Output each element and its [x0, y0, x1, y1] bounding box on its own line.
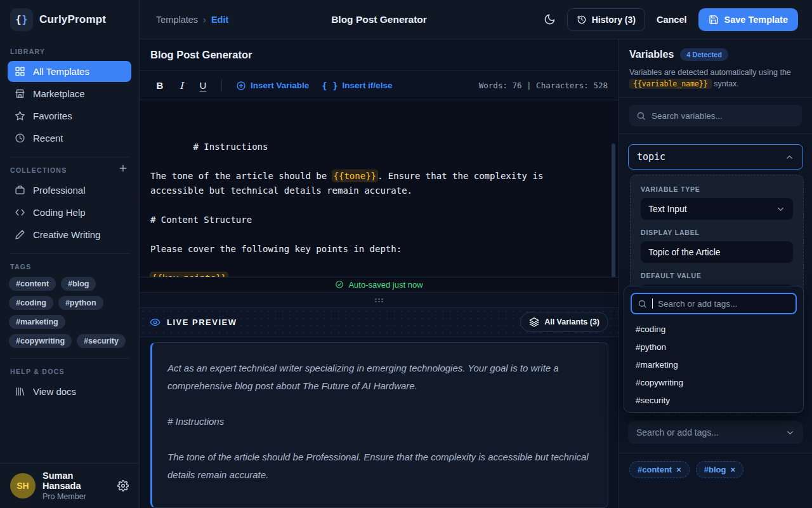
insert-ifelse-label: Insert if/else	[343, 81, 393, 90]
sidebar-item-professional[interactable]: Professional	[8, 180, 131, 201]
gear-icon	[117, 480, 129, 491]
code-icon	[14, 207, 25, 218]
history-button[interactable]: History (3)	[567, 8, 645, 31]
variable-name: topic	[637, 151, 665, 163]
bold-button[interactable]: B	[150, 76, 169, 95]
sidebar-tag-pill[interactable]: #coding	[9, 296, 53, 310]
tag-option[interactable]: #python	[631, 338, 797, 356]
breadcrumb-templates[interactable]: Templates	[156, 15, 198, 25]
chevron-down-icon	[785, 428, 795, 438]
template-editor[interactable]: # Instructions The tone of the article s…	[140, 100, 619, 277]
tag-suggestions-dropdown: #coding#python#marketing#copywriting#sec…	[624, 286, 804, 413]
history-label: History (3)	[592, 15, 636, 25]
drag-handle[interactable]	[374, 298, 384, 302]
sidebar-tag-pill[interactable]: #python	[58, 296, 103, 310]
insert-ifelse-button[interactable]: { } Insert if/else	[317, 77, 397, 95]
storefront-icon	[14, 88, 25, 100]
breadcrumb-edit[interactable]: Edit	[211, 15, 228, 25]
tags-select-placeholder: Search or add tags...	[636, 427, 719, 438]
sidebar-item-view-docs[interactable]: View docs	[8, 381, 131, 402]
sidebar-tag-pill[interactable]: #security	[77, 334, 126, 348]
sidebar-item-recent[interactable]: Recent	[8, 128, 131, 149]
sidebar-item-marketplace[interactable]: Marketplace	[8, 83, 131, 104]
chevron-down-icon	[776, 204, 785, 214]
close-icon[interactable]: ×	[730, 465, 735, 474]
topbar: Templates › Edit Blog Post Generator His…	[140, 0, 812, 39]
display-label-input[interactable]	[641, 241, 793, 263]
variables-header: Variables 4 Detected Variables are detec…	[619, 39, 812, 98]
search-variables-input[interactable]	[652, 111, 795, 121]
variable-type-label: VARIABLE TYPE	[641, 185, 793, 193]
grid-icon	[14, 66, 25, 77]
eye-icon	[150, 317, 160, 328]
sidebar-item-all-templates[interactable]: All Templates	[8, 61, 131, 82]
tag-search-input[interactable]	[658, 299, 790, 309]
tag-option[interactable]: #marketing	[631, 356, 797, 373]
search-variables-field[interactable]	[629, 105, 802, 126]
sidebar-item-favorites[interactable]: Favorites	[8, 105, 131, 126]
star-icon	[14, 110, 25, 122]
applied-tag-pill[interactable]: #blog ×	[696, 461, 743, 478]
search-icon	[636, 111, 646, 121]
insert-variable-label: Insert Variable	[251, 81, 309, 90]
italic-button[interactable]: I	[172, 76, 191, 95]
history-icon	[577, 15, 587, 25]
sidebar-item-label: Marketplace	[33, 88, 85, 99]
pen-icon	[14, 229, 25, 241]
editor-toolbar: B I U Insert Variable { } Insert if/else…	[140, 71, 619, 100]
tags-heading: TAGS	[10, 263, 129, 271]
search-icon	[638, 299, 647, 309]
tag-option[interactable]: #coding	[631, 320, 797, 338]
logo-brace-left: {	[15, 14, 21, 25]
chevron-up-icon	[785, 152, 794, 162]
logo-brace-right: }	[22, 14, 28, 25]
plus-icon	[118, 163, 128, 173]
detected-count-badge: 4 Detected	[680, 48, 728, 61]
all-variants-button[interactable]: All Variants (3)	[520, 312, 608, 332]
all-variants-label: All Variants (3)	[544, 318, 599, 326]
template-title: Blog Post Generator	[150, 49, 252, 61]
save-template-button[interactable]: Save Template	[698, 8, 798, 31]
tags-select[interactable]: Search or add tags...	[628, 421, 803, 444]
editor-text-segment: {{tone}}	[332, 170, 377, 182]
variable-type-value: Text Input	[648, 204, 687, 214]
theme-toggle-button[interactable]	[541, 11, 558, 28]
tag-search-field[interactable]	[631, 293, 797, 314]
preview-paragraph: # Instructions	[167, 413, 593, 431]
variable-type-select[interactable]: Text Input	[641, 198, 793, 220]
close-icon[interactable]: ×	[676, 465, 681, 474]
circle-plus-icon	[236, 81, 246, 91]
editor-scrollbar[interactable]	[612, 144, 615, 277]
pane-splitter	[140, 292, 619, 307]
default-value-label: DEFAULT VALUE	[641, 272, 793, 279]
add-collection-button[interactable]	[116, 161, 130, 175]
sidebar-tag-pill[interactable]: #content	[9, 277, 56, 291]
sidebar-divider	[10, 253, 129, 254]
sidebar-item-label: View docs	[33, 386, 76, 397]
tag-option[interactable]: #security	[631, 391, 797, 409]
sidebar-item-creative-writing[interactable]: Creative Writing	[8, 224, 131, 245]
applied-tag-pill[interactable]: #content ×	[629, 461, 690, 478]
variable-accordion-topic[interactable]: topic	[628, 144, 803, 170]
settings-button[interactable]	[117, 480, 129, 491]
variables-panel: Variables 4 Detected Variables are detec…	[619, 39, 812, 508]
underline-button[interactable]: U	[193, 76, 213, 95]
insert-variable-button[interactable]: Insert Variable	[231, 77, 314, 95]
sidebar-tag-pill[interactable]: #copywriting	[9, 334, 72, 348]
tag-option[interactable]: #copywriting	[631, 373, 797, 391]
cancel-button[interactable]: Cancel	[654, 11, 690, 29]
avatar: SH	[10, 473, 36, 498]
sidebar-tag-pill[interactable]: #marketing	[9, 315, 65, 329]
text-cursor	[652, 298, 653, 309]
breadcrumb: Templates › Edit	[156, 15, 228, 25]
app-name: CurlyPrompt	[39, 13, 106, 26]
editor-content: # Instructions The tone of the article s…	[150, 110, 602, 277]
preview-output: Act as an expert technical writer specia…	[150, 342, 608, 508]
editor-text-segment: {{key_points}}	[150, 272, 228, 277]
sidebar-tag-pill[interactable]: #blog	[61, 277, 96, 291]
sidebar-item-label: Coding Help	[33, 207, 86, 218]
sidebar-item-coding-help[interactable]: Coding Help	[8, 202, 131, 223]
tag-options-list: #coding#python#marketing#copywriting#sec…	[631, 314, 797, 409]
variable-syntax-chip: {{variable_name}}	[629, 79, 712, 89]
save-icon	[709, 15, 719, 25]
